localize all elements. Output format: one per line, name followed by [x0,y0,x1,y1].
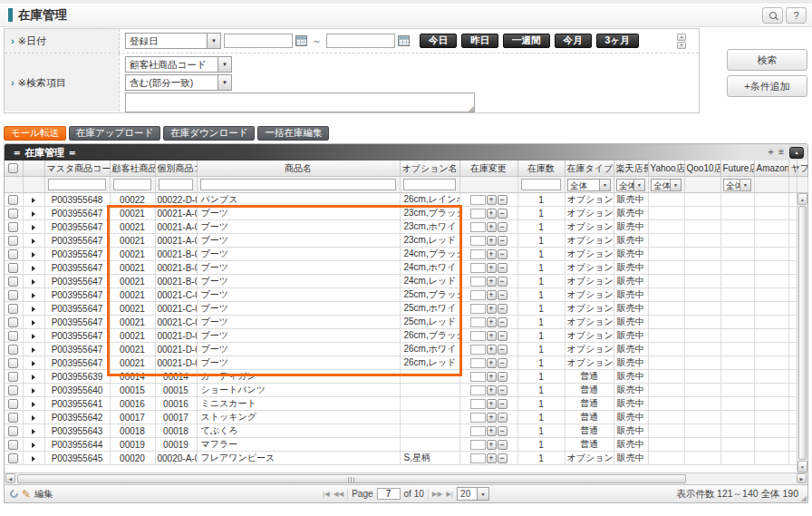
stock-plus-button[interactable]: + [487,331,497,341]
stock-change-input[interactable] [470,263,486,273]
filter-select-yahoo[interactable]: 全体▼ [651,179,682,191]
next-page-button[interactable]: ▶▶ [432,491,443,498]
row-checkbox[interactable] [8,440,18,450]
col-header-option_name[interactable]: オプション名 [400,161,459,176]
stock-minus-button[interactable]: − [498,290,508,300]
scroll-left-icon[interactable]: ◀ [5,473,15,483]
col-header-rakuten[interactable]: 楽天店長 [614,161,648,176]
date-type-select[interactable]: 登録日 ▼ [125,33,221,49]
stock-change-input[interactable] [470,236,486,246]
stock-minus-button[interactable]: − [498,263,508,273]
stock-minus-button[interactable]: − [498,195,508,205]
calendar-icon[interactable] [398,35,410,46]
stock-minus-button[interactable]: − [498,345,508,355]
stock-minus-button[interactable]: − [498,372,508,382]
stock-change-input[interactable] [470,277,486,287]
stock-plus-button[interactable]: + [487,317,497,327]
prev-page-button[interactable]: ◀◀ [334,491,344,498]
col-header-yafu[interactable]: ヤフ [788,161,797,176]
row-checkbox[interactable] [8,222,18,232]
stock-change-input[interactable] [470,290,486,300]
stock-change-input[interactable] [470,413,486,423]
row-expand-icon[interactable] [32,415,35,421]
last-page-button[interactable]: ▶| [446,491,453,498]
row-checkbox[interactable] [8,399,18,409]
stock-plus-button[interactable]: + [487,249,497,259]
stock-change-input[interactable] [470,304,486,314]
stock-plus-button[interactable]: + [487,290,497,300]
stock-plus-button[interactable]: + [487,277,497,287]
row-checkbox[interactable] [8,372,18,382]
stock-change-input[interactable] [470,385,486,395]
toolbar-button[interactable]: 在庫アップロード [69,126,160,141]
row-expand-icon[interactable] [32,375,35,380]
col-header-select[interactable] [5,161,23,176]
vertical-scrollbar[interactable]: ▲ ▼ [797,193,807,472]
stock-change-input[interactable] [470,331,486,341]
stock-plus-button[interactable]: + [487,209,497,219]
stock-minus-button[interactable]: − [498,453,508,463]
stock-plus-button[interactable]: + [487,399,497,409]
match-type-select[interactable]: 含む(部分一致) ▼ [125,74,232,91]
row-checkbox[interactable] [8,236,18,246]
filter-input-item_code[interactable] [159,179,193,190]
spinner-up-icon[interactable]: ▲ [677,34,686,41]
stock-minus-button[interactable]: − [498,317,508,327]
stock-plus-button[interactable]: + [487,413,497,423]
row-expand-icon[interactable] [32,307,35,312]
row-checkbox[interactable] [8,290,18,300]
refresh-icon[interactable] [8,488,20,500]
first-page-button[interactable]: |◀ [323,491,330,498]
row-expand-icon[interactable] [32,266,35,271]
row-expand-icon[interactable] [32,402,35,407]
col-header-expand[interactable] [23,161,44,176]
stock-change-input[interactable] [470,195,486,205]
stock-minus-button[interactable]: − [498,209,508,219]
stock-minus-button[interactable]: − [498,358,508,368]
stock-minus-button[interactable]: − [498,399,508,409]
stock-change-input[interactable] [470,358,486,368]
page-size-select[interactable]: 20 ▼ [457,487,489,501]
stock-minus-button[interactable]: − [498,385,508,395]
date-to-input[interactable] [326,34,395,48]
col-header-stock_count[interactable]: 在庫数 [517,161,565,176]
stock-plus-button[interactable]: + [487,385,497,395]
collapse-grid-button[interactable]: ▲ [789,147,804,159]
stock-plus-button[interactable]: + [487,236,497,246]
row-checkbox[interactable] [8,317,18,327]
stock-change-input[interactable] [470,209,486,219]
row-expand-icon[interactable] [32,320,35,326]
select-all-checkbox[interactable] [8,163,18,173]
stock-minus-button[interactable]: − [498,426,508,436]
search-keywords-input[interactable]: ◢ [125,92,475,112]
row-checkbox[interactable] [8,249,18,259]
stock-plus-button[interactable]: + [487,195,497,205]
stock-minus-button[interactable]: − [498,222,508,232]
row-expand-icon[interactable] [32,239,35,244]
row-expand-icon[interactable] [32,211,35,217]
scroll-right-icon[interactable]: ▶ [797,473,807,483]
calendar-icon[interactable] [295,35,307,46]
add-condition-button[interactable]: +条件追加 [727,75,807,97]
row-expand-icon[interactable] [32,443,35,448]
header-search-button[interactable] [762,7,783,24]
row-expand-icon[interactable] [32,388,35,394]
stock-minus-button[interactable]: − [498,413,508,423]
col-header-qoo10[interactable]: Qoo10店長 [684,161,720,176]
vertical-scroll-thumb[interactable] [798,206,807,460]
row-checkbox[interactable] [8,358,18,368]
horizontal-scrollbar[interactable]: ◀ ▶ [5,472,807,484]
col-header-stock_type[interactable]: 在庫タイプ [565,161,614,176]
toolbar-button[interactable]: モール転送 [4,126,66,141]
toolbar-button[interactable]: 在庫ダウンロード [163,126,255,141]
col-header-master_code[interactable]: マスタ商品コード [44,161,110,176]
stock-minus-button[interactable]: − [498,440,508,450]
col-header-future[interactable]: Future店長 [720,161,754,176]
stock-minus-button[interactable]: − [498,331,508,341]
row-checkbox[interactable] [8,263,18,273]
stock-change-input[interactable] [470,399,486,409]
menu-icon[interactable]: ≡ [778,148,784,157]
filter-input-option_name[interactable] [403,179,456,190]
quick-date-button[interactable]: 3ヶ月 [596,34,639,48]
stock-change-input[interactable] [470,453,486,463]
